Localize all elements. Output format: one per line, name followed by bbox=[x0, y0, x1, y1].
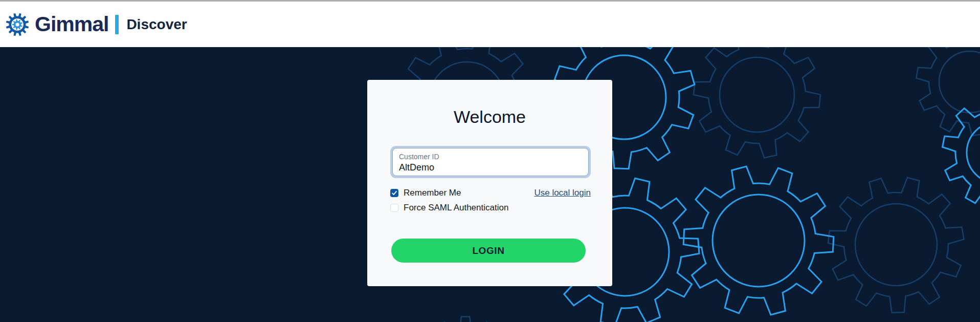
force-saml-label: Force SAML Authentication bbox=[404, 203, 508, 213]
force-saml-row: Force SAML Authentication bbox=[390, 202, 591, 213]
use-local-login-link[interactable]: Use local login bbox=[534, 188, 591, 198]
brand-divider bbox=[115, 15, 119, 34]
customer-id-input[interactable] bbox=[399, 162, 582, 173]
remember-me-checkbox[interactable] bbox=[390, 189, 398, 197]
gimmal-logo-gear-icon bbox=[6, 12, 29, 37]
remember-me-label: Remember Me bbox=[404, 188, 461, 198]
customer-id-field[interactable]: Customer ID bbox=[390, 146, 591, 178]
app-header: Gimmal Discover bbox=[0, 0, 980, 47]
login-card: Welcome Customer ID Remember Me Use loca… bbox=[367, 80, 612, 286]
product-name: Discover bbox=[126, 16, 187, 33]
customer-id-field-inner: Customer ID bbox=[392, 148, 589, 176]
welcome-title: Welcome bbox=[367, 106, 612, 127]
remember-me-row: Remember Me Use local login bbox=[390, 187, 591, 199]
login-form: Customer ID Remember Me Use local login bbox=[390, 146, 591, 263]
force-saml-checkbox[interactable] bbox=[390, 204, 398, 212]
login-button[interactable]: LOGIN bbox=[391, 239, 586, 263]
customer-id-label: Customer ID bbox=[399, 153, 582, 161]
checkmark-icon bbox=[391, 189, 398, 197]
brand-name: Gimmal bbox=[35, 12, 108, 36]
login-options: Remember Me Use local login Force SAML A… bbox=[390, 187, 591, 213]
